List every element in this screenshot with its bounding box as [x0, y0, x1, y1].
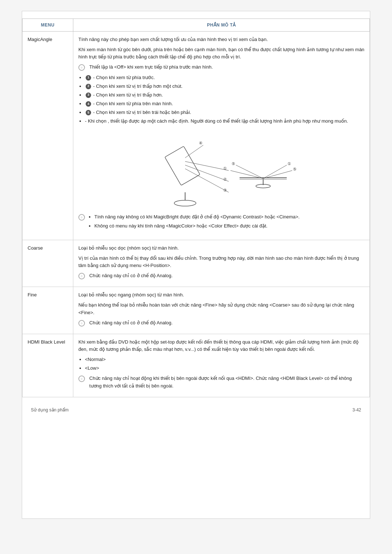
svg-text:③: ③	[223, 188, 227, 192]
list-item: 5 - Chọn khi xem từ vị trí bên trái hoặc…	[85, 109, 364, 116]
main-table: MENU PHẦN MÔ TẢ MagicAngleTính năng này …	[22, 19, 370, 397]
svg-text:④: ④	[199, 141, 203, 145]
table-row: FineLoại bỏ nhiễu sọc ngang (nhóm sọc) t…	[23, 287, 370, 334]
menu-cell: HDMI Black Level	[23, 334, 73, 397]
list-item: <Normal>	[85, 356, 364, 363]
desc-cell: Khi xem bằng đầu DVD hoặc một hộp set-to…	[73, 334, 370, 397]
list-item: <Low>	[85, 365, 364, 372]
desc-paragraph: Vị trí của màn hình có thể bị thay đổi s…	[78, 255, 364, 269]
svg-line-5	[185, 169, 229, 192]
note-box: ○Chức năng này chỉ có ở chế độ Analog.	[78, 319, 364, 327]
menu-cell: MagicAngle	[23, 32, 73, 240]
desc-paragraph: Tính năng này cho phép bạn xem chất lượn…	[78, 36, 364, 43]
note-icon: ○	[78, 273, 85, 279]
diagram-area: ① ② ③ ④	[78, 128, 364, 210]
svg-line-15	[263, 165, 287, 178]
simple-bullet-list: <Normal><Low>	[85, 356, 364, 372]
hdmi-note-text: Chức năng này chỉ hoạt động khi thiết bị…	[89, 375, 364, 389]
footer-left: Sử dụng sản phẩm	[31, 407, 69, 413]
list-item: Không có menu này khi tính năng <MagicCo…	[94, 222, 299, 230]
bullet-list: 1 - Chọn khi xem từ phía trước. 2 - Chọn…	[85, 74, 364, 125]
svg-line-17	[236, 165, 263, 178]
svg-point-0	[174, 200, 196, 206]
menu-cell: Coarse	[23, 240, 73, 287]
svg-text:②: ②	[223, 177, 227, 181]
note-text: Chức năng này chỉ có ở chế độ Analog.	[89, 319, 173, 327]
note-icon: ○	[78, 320, 85, 327]
note-icon: ○	[78, 64, 85, 71]
footer: Sử dụng sản phẩm 3-42	[22, 401, 370, 413]
desc-cell: Tính năng này cho phép bạn xem chất lượn…	[73, 32, 370, 240]
svg-text:①: ①	[223, 166, 227, 171]
desc-header: PHẦN MÔ TẢ	[73, 19, 370, 32]
note-icon: ○	[78, 214, 85, 221]
hdmi-note-box: ○Chức năng này chỉ hoạt động khi thiết b…	[78, 375, 364, 389]
menu-header: MENU	[23, 19, 73, 32]
svg-rect-2	[165, 146, 200, 185]
bottom-note-box: ○Tính năng này không có khi MagicBright …	[78, 213, 364, 232]
desc-cell: Loại bỏ nhiễu sọc dọc (nhóm sọc) từ màn …	[73, 240, 370, 287]
list-item: - Khi chọn , thiết lập được áp một cách …	[85, 118, 364, 125]
desc-cell: Loại bỏ nhiễu sọc ngang (nhóm sọc) từ mà…	[73, 287, 370, 334]
svg-text:⑤: ⑤	[232, 161, 235, 166]
list-item: 2 - Chọn khi xem từ vị trí thấp hơn một …	[85, 83, 364, 90]
page: MENU PHẦN MÔ TẢ MagicAngleTính năng này …	[22, 11, 370, 519]
diagram-svg: ① ② ③ ④	[134, 134, 309, 207]
desc-paragraph: Loại bỏ nhiễu sọc ngang (nhóm sọc) từ mà…	[78, 291, 364, 299]
note-icon: ○	[78, 376, 85, 382]
table-row: MagicAngleTính năng này cho phép bạn xem…	[23, 32, 370, 240]
svg-line-4	[185, 165, 229, 181]
note-text: Thiết lập là <Off> khi xem trực tiếp từ …	[89, 63, 213, 71]
svg-line-16	[263, 171, 292, 178]
footer-right: 3-42	[352, 407, 361, 413]
svg-text:①: ①	[287, 161, 291, 166]
svg-line-3	[185, 161, 229, 171]
svg-line-6	[185, 145, 203, 158]
list-item: 1 - Chọn khi xem từ phía trước.	[85, 74, 364, 81]
list-item: Tính năng này không có khi MagicBright đ…	[94, 213, 299, 221]
table-row: HDMI Black LevelKhi xem bằng đầu DVD hoặ…	[23, 334, 370, 397]
desc-paragraph: Khi xem bằng đầu DVD hoặc một hộp set-to…	[78, 338, 364, 353]
desc-paragraph: Loại bỏ nhiễu sọc dọc (nhóm sọc) từ màn …	[78, 245, 364, 252]
table-row: CoarseLoại bỏ nhiễu sọc dọc (nhóm sọc) t…	[23, 240, 370, 287]
note-text: Chức năng này chỉ có ở chế độ Analog.	[89, 272, 173, 279]
list-item: 4 - Chọn khi xem từ phía trên màn hình.	[85, 100, 364, 107]
note-box: ○Chức năng này chỉ có ở chế độ Analog.	[78, 272, 364, 279]
list-item: 3 - Chọn khi xem từ vị trí thấp hơn.	[85, 91, 364, 99]
menu-cell: Fine	[23, 287, 73, 334]
note-lines: Tính năng này không có khi MagicBright đ…	[89, 213, 299, 232]
desc-paragraph: Khi xem màn hình từ góc bên dưới, phía t…	[78, 46, 364, 61]
note-box: ○Thiết lập là <Off> khi xem trực tiếp từ…	[78, 63, 364, 71]
desc-paragraph: Nếu bạn không thể loại bỏ nhiễu hoàn toà…	[78, 301, 364, 316]
note-bullet-list: Tính năng này không có khi MagicBright đ…	[94, 213, 299, 229]
svg-line-18	[230, 171, 263, 178]
svg-text:⑤: ⑤	[293, 167, 297, 171]
